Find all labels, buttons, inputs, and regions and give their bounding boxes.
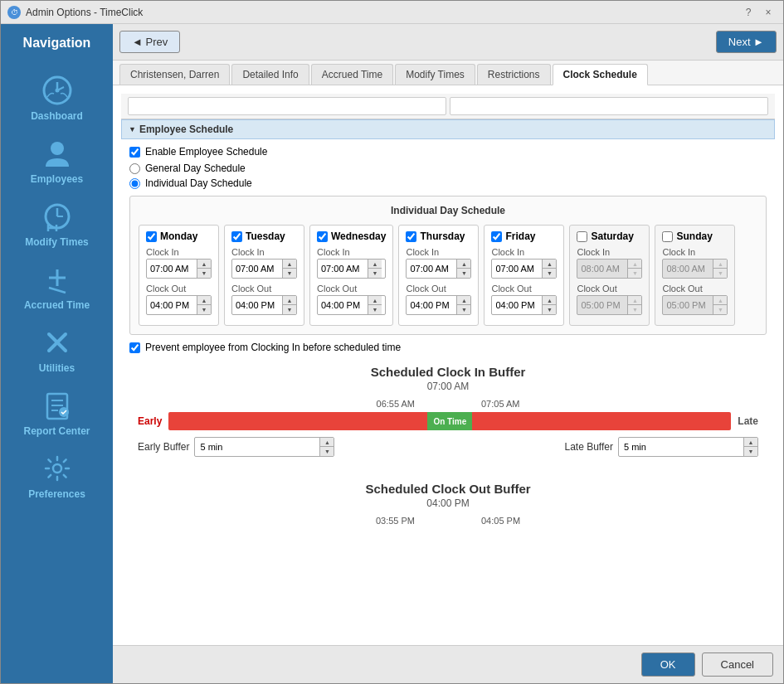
tuesday-clockin-down[interactable]: ▼ xyxy=(283,269,296,278)
thursday-checkbox[interactable] xyxy=(406,231,416,242)
wednesday-checkbox[interactable] xyxy=(317,231,328,242)
early-buffer-spinner: ▲ ▼ xyxy=(194,437,334,457)
sidebar-item-employees[interactable]: Employees xyxy=(1,129,113,192)
wednesday-clockin-down[interactable]: ▼ xyxy=(368,269,382,278)
employees-icon xyxy=(39,135,75,172)
enable-schedule-checkbox[interactable] xyxy=(129,147,140,158)
tuesday-checkbox[interactable] xyxy=(231,231,242,242)
friday-checkbox[interactable] xyxy=(491,231,502,242)
friday-clockin-input[interactable] xyxy=(492,262,542,275)
saturday-checkbox[interactable] xyxy=(577,231,587,242)
wednesday-clockout-spinner: ▲ ▼ xyxy=(317,295,386,315)
day-column-wednesday: Wednesday Clock In ▲ ▼ Clock Out xyxy=(309,225,393,326)
friday-clockin-down[interactable]: ▼ xyxy=(543,269,556,278)
top-input-right[interactable] xyxy=(450,97,768,115)
thursday-label: Thursday xyxy=(420,230,465,242)
wednesday-clockin-spinner: ▲ ▼ xyxy=(317,259,386,279)
late-buffer-down[interactable]: ▼ xyxy=(744,447,757,456)
early-buffer-down[interactable]: ▼ xyxy=(320,447,334,456)
monday-checkbox[interactable] xyxy=(146,231,157,242)
sidebar-item-report-center[interactable]: Report Center xyxy=(1,381,113,444)
late-buffer-up[interactable]: ▲ xyxy=(744,438,757,447)
tuesday-clockout-spinner-btns: ▲ ▼ xyxy=(282,296,296,314)
monday-label: Monday xyxy=(160,230,197,242)
friday-clockout-input[interactable] xyxy=(492,298,542,312)
ontime-label: On Time xyxy=(433,417,466,426)
tab-restrictions[interactable]: Restrictions xyxy=(477,64,551,85)
early-buffer-up[interactable]: ▲ xyxy=(320,438,334,447)
day-column-saturday: Saturday Clock In ▲ ▼ Clock Out xyxy=(569,225,650,326)
dashboard-icon xyxy=(39,72,75,109)
day-header-sunday: Sunday xyxy=(662,230,728,242)
sidebar-item-utilities[interactable]: Utilities xyxy=(1,318,113,381)
late-label: Late xyxy=(738,415,758,427)
thursday-clockout-up[interactable]: ▲ xyxy=(457,296,470,305)
thursday-clockout-input[interactable] xyxy=(407,298,456,312)
buffer-bar-container: Early On Time Late xyxy=(138,412,758,430)
general-day-radio[interactable] xyxy=(129,163,140,174)
sidebar-item-label-utilities: Utilities xyxy=(39,362,75,374)
next-button[interactable]: Next ► xyxy=(716,31,777,53)
section-title: Employee Schedule xyxy=(139,124,233,135)
accrued-time-icon xyxy=(39,261,75,298)
sidebar-item-preferences[interactable]: Preferences xyxy=(1,444,113,507)
sidebar-item-accrued-time[interactable]: Accrued Time xyxy=(1,255,113,318)
monday-clockin-spinner-btns: ▲ ▼ xyxy=(197,260,211,278)
wednesday-clockout-up[interactable]: ▲ xyxy=(368,296,382,305)
monday-clockout-up[interactable]: ▲ xyxy=(197,296,211,305)
wednesday-clockout-input[interactable] xyxy=(318,298,368,312)
sunday-clockin-spinner: ▲ ▼ xyxy=(662,259,728,279)
sunday-clockout-spinner: ▲ ▼ xyxy=(662,295,728,315)
thursday-clockin-down[interactable]: ▼ xyxy=(457,269,470,278)
top-inputs-row xyxy=(121,94,775,119)
cancel-button[interactable]: Cancel xyxy=(702,652,773,677)
thursday-clockin-input[interactable] xyxy=(407,262,456,275)
enable-schedule-row: Enable Employee Schedule xyxy=(129,146,767,158)
monday-clockin-down[interactable]: ▼ xyxy=(197,269,211,278)
main-window: ⏱ Admin Options - TimeClick ? × Navigati… xyxy=(0,0,784,684)
tuesday-clockout-up[interactable]: ▲ xyxy=(283,296,296,305)
tuesday-clockin-up[interactable]: ▲ xyxy=(283,260,296,269)
tab-detailed-info[interactable]: Detailed Info xyxy=(231,64,309,85)
top-input-left[interactable] xyxy=(128,97,446,115)
tuesday-clockin-input[interactable] xyxy=(232,262,282,275)
tab-modify-times[interactable]: Modify Times xyxy=(395,64,475,85)
sidebar-item-dashboard[interactable]: Dashboard xyxy=(1,65,113,129)
tab-accrued-time[interactable]: Accrued Time xyxy=(311,64,393,85)
thursday-clockin-up[interactable]: ▲ xyxy=(457,260,470,269)
tuesday-clockout-input[interactable] xyxy=(232,298,282,312)
early-buffer-input[interactable] xyxy=(195,440,319,454)
help-button[interactable]: ? xyxy=(740,5,757,20)
thursday-clockout-down[interactable]: ▼ xyxy=(457,305,470,314)
early-label: Early xyxy=(138,415,162,427)
monday-clockout-input[interactable] xyxy=(147,298,197,312)
wednesday-clockin-up[interactable]: ▲ xyxy=(368,260,382,269)
employee-schedule-header: Employee Schedule xyxy=(121,119,775,139)
monday-clockout-down[interactable]: ▼ xyxy=(197,305,211,314)
monday-clockin-input[interactable] xyxy=(147,262,197,275)
day-header-tuesday: Tuesday xyxy=(231,230,297,242)
sidebar-item-modify-times[interactable]: Modify Times xyxy=(1,192,113,255)
friday-clockin-up[interactable]: ▲ xyxy=(543,260,556,269)
clock-in-buffer-time: 07:00 AM xyxy=(138,381,758,392)
tab-clock-schedule[interactable]: Clock Schedule xyxy=(553,64,648,85)
prev-button[interactable]: ◄ Prev xyxy=(119,31,180,53)
tab-christensen[interactable]: Christensen, Darren xyxy=(119,64,230,85)
tuesday-clockout-down[interactable]: ▼ xyxy=(283,305,296,314)
wednesday-clockout-down[interactable]: ▼ xyxy=(368,305,382,314)
individual-day-radio[interactable] xyxy=(129,178,140,189)
prevent-early-checkbox[interactable] xyxy=(129,342,140,353)
monday-clockin-up[interactable]: ▲ xyxy=(197,260,211,269)
sunday-checkbox[interactable] xyxy=(662,231,673,242)
close-button[interactable]: × xyxy=(760,5,777,20)
friday-clockout-down[interactable]: ▼ xyxy=(543,305,556,314)
clock-out-late-time: 04:05 PM xyxy=(481,516,520,526)
early-buffer-group: Early Buffer ▲ ▼ xyxy=(138,437,334,457)
ok-button[interactable]: OK xyxy=(641,652,695,677)
sidebar: Navigation Dashboard Employees Modify Ti… xyxy=(1,24,113,683)
nav-bar: ◄ Prev Next ► xyxy=(113,24,783,61)
late-buffer-input[interactable] xyxy=(619,440,743,454)
wednesday-clockin-input[interactable] xyxy=(318,262,368,275)
day-column-sunday: Sunday Clock In ▲ ▼ Clock Out xyxy=(655,225,735,326)
friday-clockout-up[interactable]: ▲ xyxy=(543,296,556,305)
